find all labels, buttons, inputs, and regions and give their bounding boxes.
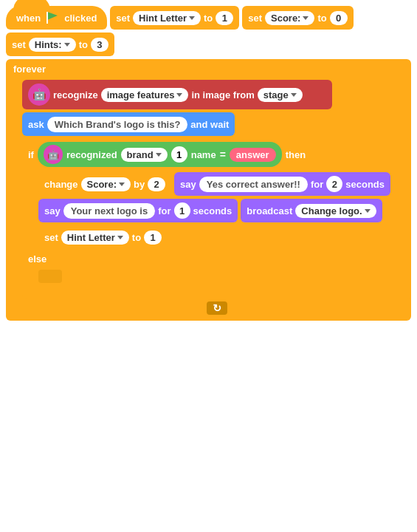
to-label-inner: to: [132, 232, 141, 243]
clicked-label: clicked: [64, 13, 97, 24]
if-body: change Score: by 2 say Yes correct answe…: [38, 171, 411, 250]
set-hint-letter-block: set Hint Letter to 1: [110, 6, 239, 30]
hat-block: when clicked: [6, 6, 107, 30]
forever-bottom-arrow: ↺: [207, 301, 227, 315]
set-score-block: set Score: to 0: [242, 6, 354, 30]
then-label: then: [286, 149, 306, 160]
else-label: else: [28, 253, 46, 265]
recognize-block: 🤖 recognize image features in image from…: [22, 80, 332, 109]
flag-icon: [45, 11, 60, 24]
set-label-1: set: [116, 13, 130, 24]
set-hint-letter-block-2: set Hint Letter to 1: [38, 225, 168, 249]
say-correct-msg: Yes correct answer!!: [199, 177, 308, 192]
seconds-label-2: seconds: [193, 205, 232, 216]
for-label-2: for: [158, 205, 170, 216]
forever-label: forever: [13, 64, 46, 75]
condition-block: 🤖 recognized brand 1 name = answer: [38, 142, 282, 167]
in-image-from-label: in image from: [191, 89, 254, 100]
when-label: when: [16, 13, 41, 24]
broadcast-block: broadcast Change logo.: [241, 199, 382, 222]
to-label-3: to: [79, 39, 88, 50]
say-label-1: say: [180, 179, 196, 190]
name-label: name: [191, 149, 216, 160]
hints-value: 3: [91, 38, 108, 52]
say-correct-block: say Yes correct answer!! for 2 seconds: [174, 172, 390, 196]
change-score-dropdown[interactable]: Score:: [81, 177, 131, 191]
ask-block: ask Which Brand's logo is this? and wait: [22, 112, 235, 136]
hint-letter-dropdown-2[interactable]: Hint Letter: [61, 231, 129, 245]
and-wait-label: and wait: [190, 119, 229, 130]
score-value: 0: [330, 11, 348, 25]
ask-question: Which Brand's logo is this?: [47, 117, 188, 132]
condition-robot-icon: 🤖: [44, 145, 63, 164]
say-next-logo-block: say Your next logo is for 1 seconds: [38, 199, 238, 222]
to-label-1: to: [204, 13, 213, 24]
svg-marker-0: [47, 12, 58, 20]
change-score-block: change Score: by 2: [38, 172, 171, 196]
recognize-label: recognize: [53, 89, 98, 100]
brand-num-value: 1: [171, 146, 187, 163]
image-features-dropdown[interactable]: image features: [101, 88, 189, 102]
seconds-label-1: seconds: [345, 179, 385, 190]
set-label-inner: set: [44, 232, 58, 243]
if-label: if: [28, 149, 34, 160]
set-label-2: set: [248, 13, 262, 24]
broadcast-label: broadcast: [247, 205, 292, 216]
score-dropdown[interactable]: Score:: [265, 11, 314, 25]
say-next-msg: Your next logo is: [63, 203, 156, 219]
forever-block: forever 🤖 recognize image features in im…: [6, 59, 411, 321]
say-label-2: say: [44, 205, 61, 216]
by-label: by: [134, 179, 145, 190]
set-label-3: set: [12, 39, 26, 50]
say-next-secs: 1: [174, 202, 190, 219]
change-label: change: [44, 179, 78, 190]
hint-letter-value: 1: [216, 11, 233, 25]
for-label-1: for: [311, 179, 323, 190]
stage-dropdown[interactable]: stage: [258, 88, 303, 102]
equals-sign: =: [220, 149, 226, 160]
else-body: [38, 270, 411, 290]
recognized-label: recognized: [66, 149, 117, 160]
hint-letter-value-2: 1: [144, 231, 162, 245]
answer-value: answer: [230, 148, 276, 162]
hint-letter-dropdown[interactable]: Hint Letter: [133, 11, 201, 25]
change-by-value: 2: [148, 177, 165, 191]
set-hints-block: set Hints: to 3: [6, 33, 114, 56]
else-section: else: [22, 250, 411, 267]
recognize-robot-icon: 🤖: [28, 83, 50, 106]
to-label-2: to: [317, 13, 326, 24]
brand-dropdown[interactable]: brand: [121, 148, 168, 162]
if-block: if 🤖 recognized brand 1 name = answer: [22, 138, 411, 299]
hints-dropdown[interactable]: Hints:: [29, 38, 76, 52]
ask-label: ask: [28, 119, 44, 130]
say-correct-secs: 2: [326, 176, 342, 192]
broadcast-msg-dropdown[interactable]: Change logo.: [295, 204, 376, 218]
